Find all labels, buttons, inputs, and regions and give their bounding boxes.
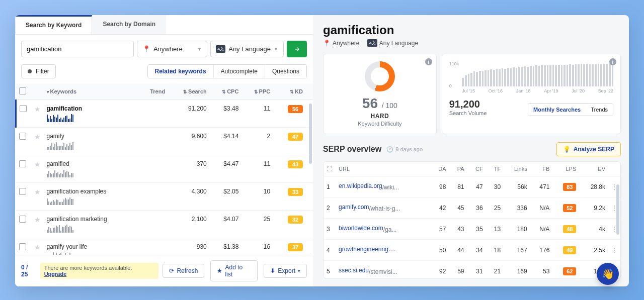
tab-questions[interactable]: Questions: [265, 65, 306, 78]
col-keywords[interactable]: ▾Keywords: [44, 83, 139, 100]
col-trend[interactable]: Trend: [138, 83, 168, 100]
keyword-row[interactable]: ★ gamification marketing 2,100 $4.07 25 …: [16, 211, 313, 238]
kd-donut-chart: [365, 61, 395, 91]
star-icon[interactable]: ★: [34, 243, 41, 251]
keyword-row[interactable]: ★ gamification examples 4,300 $2.05 10 3…: [16, 183, 313, 211]
tab-monthly-searches[interactable]: Monthly Searches: [528, 104, 586, 116]
select-all-checkbox[interactable]: [19, 87, 26, 94]
help-fab[interactable]: 👋: [597, 263, 619, 285]
tab-related-keywords[interactable]: Related keywords: [148, 65, 214, 78]
search-volume-card: i 110k 0 Jul '15Oct '16Jan '18Apr '19Jul…: [442, 54, 621, 134]
serp-url[interactable]: biworldwide.com/ga...: [336, 219, 430, 240]
star-icon[interactable]: ★: [34, 160, 41, 168]
keywords-footer: 0 / 25 There are more keywords available…: [15, 255, 313, 286]
clock-icon: 🕐: [386, 146, 393, 153]
detail-title: gamification: [323, 23, 621, 37]
refresh-button[interactable]: ⟳Refresh: [163, 264, 204, 278]
filter-dot-icon: [28, 69, 32, 73]
lps-badge: 52: [563, 204, 576, 212]
keyword-detail-panel: gamification 📍Anywhere A文Any Language i …: [319, 15, 629, 286]
serp-url[interactable]: ssec.si.edu/stemvisi...: [336, 261, 430, 279]
upgrade-link[interactable]: Upgrade: [44, 271, 67, 277]
serp-url[interactable]: en.wikipedia.org/wiki...: [336, 176, 430, 197]
kd-badge: 56: [288, 105, 303, 113]
trend-sparkline: [47, 169, 136, 177]
col-kd[interactable]: ⇅KD: [273, 83, 313, 100]
language-select[interactable]: A文Any Language ▼: [210, 41, 284, 57]
kd-sublabel: Keyword Difficulty: [358, 121, 401, 127]
chevron-down-icon: ▼: [274, 47, 278, 52]
row-menu-icon[interactable]: ⋮: [611, 247, 617, 254]
keyword-name: gamification examples: [47, 188, 136, 195]
serp-row[interactable]: 1 en.wikipedia.org/wiki... 98 81 47 30 5…: [324, 176, 620, 197]
star-icon[interactable]: ★: [34, 133, 41, 141]
scrollbar[interactable]: [616, 184, 619, 235]
serp-rank: 1: [324, 176, 336, 197]
export-button[interactable]: ⬇Export▾: [264, 264, 307, 278]
cpc-value: $4.07: [210, 211, 242, 238]
search-volume: 370: [168, 155, 210, 183]
kd-badge: 32: [288, 216, 303, 224]
keyword-row[interactable]: ★ gamification 91,200 $3.48 11 56: [16, 100, 313, 128]
col-search[interactable]: ⇅Search: [168, 83, 210, 100]
chevron-down-icon: ▼: [197, 47, 202, 52]
scrollbar[interactable]: [309, 104, 312, 164]
row-checkbox[interactable]: [19, 243, 26, 250]
search-volume: 4,300: [168, 183, 210, 211]
keyword-input[interactable]: [21, 41, 134, 57]
cpc-value: $3.48: [210, 100, 242, 128]
row-checkbox[interactable]: [19, 133, 26, 140]
row-checkbox[interactable]: [20, 105, 27, 112]
tab-trends[interactable]: Trends: [586, 104, 613, 116]
analyze-serp-button[interactable]: 💡Analyze SERP: [556, 142, 621, 156]
tab-autocomplete[interactable]: Autocomplete: [214, 65, 265, 78]
serp-row[interactable]: 4 growthengineering.co... 50 44 34 18 16…: [324, 240, 620, 261]
ppc-value: 11: [242, 100, 273, 128]
cpc-value: $4.47: [210, 155, 242, 183]
volume-bar-chart: [462, 61, 613, 86]
keyword-row[interactable]: ★ gamify 9,600 $4.14 2 47: [16, 128, 313, 155]
kd-label: HARD: [371, 113, 389, 120]
col-ppc[interactable]: ⇅PPC: [242, 83, 273, 100]
col-cpc[interactable]: ⇅CPC: [210, 83, 242, 100]
keyword-row[interactable]: ★ gamify your life 930 $1.38 16 37: [16, 238, 313, 255]
info-icon[interactable]: i: [609, 58, 616, 65]
serp-row[interactable]: 3 biworldwide.com/ga... 57 43 35 13 180 …: [324, 219, 620, 240]
tab-search-domain[interactable]: Search by Domain: [92, 15, 166, 34]
location-select[interactable]: 📍Anywhere ▼: [137, 41, 207, 57]
star-icon[interactable]: ★: [34, 188, 41, 196]
serp-url[interactable]: growthengineering.co...: [336, 240, 430, 261]
star-icon[interactable]: ★: [34, 105, 41, 113]
keywords-table-wrap: ▾Keywords Trend ⇅Search ⇅CPC ⇅PPC ⇅KD ★ …: [15, 83, 313, 255]
expand-icon[interactable]: ⛶: [327, 166, 332, 172]
col-cf: CF: [467, 162, 486, 176]
language-icon: A文: [367, 39, 377, 47]
star-icon[interactable]: ★: [34, 216, 41, 224]
ppc-value: 10: [242, 183, 273, 211]
add-to-list-button[interactable]: ★Add to list: [210, 260, 258, 281]
keyword-row[interactable]: ★ gamified 370 $4.47 11 43: [16, 155, 313, 183]
serp-row[interactable]: 2 gamify.com/what-is-g... 42 45 36 25 33…: [324, 197, 620, 219]
row-checkbox[interactable]: [19, 188, 26, 195]
col-tf: TF: [486, 162, 504, 176]
download-icon: ⬇: [270, 267, 275, 274]
search-button[interactable]: [287, 41, 307, 57]
row-checkbox[interactable]: [19, 216, 26, 223]
info-icon[interactable]: i: [425, 58, 432, 65]
pin-icon: 📍: [142, 45, 150, 53]
trend-sparkline: [47, 114, 136, 122]
serp-row[interactable]: 5 ssec.si.edu/stemvisi... 92 59 31 21 16…: [324, 261, 620, 279]
cpc-value: $2.05: [210, 183, 242, 211]
pin-icon: 📍: [323, 40, 331, 47]
row-checkbox[interactable]: [19, 160, 26, 167]
serp-url[interactable]: gamify.com/what-is-g...: [336, 197, 430, 219]
lps-badge: 49: [563, 246, 576, 254]
keyword-type-tabs: Related keywords Autocomplete Questions: [147, 64, 307, 78]
selection-count: 0 / 25: [21, 264, 36, 278]
filter-button[interactable]: Filter: [21, 64, 56, 78]
tab-search-keyword[interactable]: Search by Keyword: [15, 15, 92, 34]
col-url: URL: [336, 162, 430, 176]
keyword-name: gamify your life: [47, 243, 136, 250]
star-icon: ★: [217, 267, 222, 274]
search-volume: 9,600: [168, 128, 210, 155]
